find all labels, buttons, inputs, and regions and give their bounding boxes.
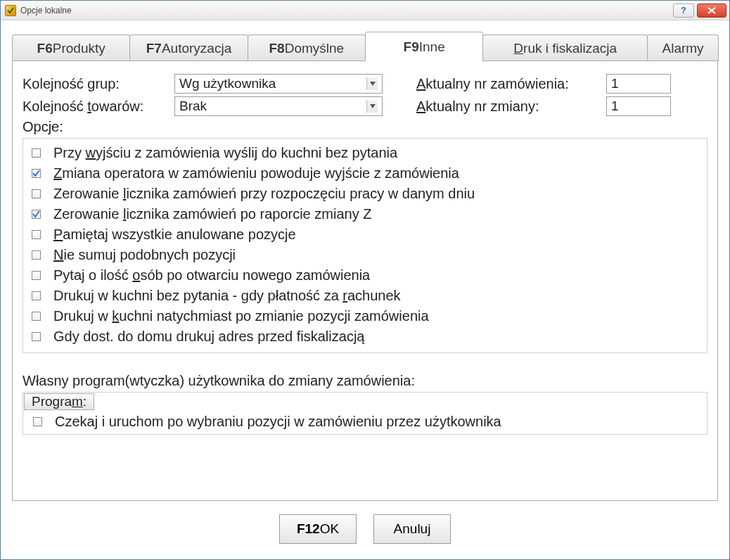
checkbox-icon <box>32 312 41 321</box>
option-label: Pytaj o ilość osób po otwarciu nowego za… <box>53 267 370 284</box>
footer: F12 OK Anuluj <box>12 502 718 552</box>
shift-no-label: Aktualny nr zmiany: <box>416 98 606 115</box>
help-button[interactable]: ? <box>673 4 694 18</box>
checkbox-icon <box>32 291 41 300</box>
plugin-checkbox[interactable]: Czekaj i uruchom po wybraniu pozycji w z… <box>23 411 707 434</box>
option-checkbox-5[interactable]: Nie sumuj podobnych pozycji <box>32 245 698 265</box>
tab-panel: Kolejność grup: Wg użytkownika Aktualny … <box>12 61 718 501</box>
titlebar: Opcje lokalne ? <box>1 1 729 20</box>
close-button[interactable] <box>697 4 726 18</box>
chevron-down-icon <box>366 100 378 113</box>
checkbox-icon <box>32 271 41 280</box>
tab-autoryzacja[interactable]: F7 Autoryzacja <box>129 34 248 61</box>
plugin-checkbox-label: Czekaj i uruchom po wybraniu pozycji w z… <box>55 414 501 430</box>
order-no-label: Aktualny nr zamówienia: <box>416 76 606 92</box>
option-checkbox-6[interactable]: Pytaj o ilość osób po otwarciu nowego za… <box>32 265 698 286</box>
title-text: Opcje lokalne <box>20 6 670 15</box>
option-checkbox-8[interactable]: Drukuj w kuchni natychmiast po zmianie p… <box>32 306 698 326</box>
plugin-label: Własny program(wtyczka) użytkownika do z… <box>23 373 707 389</box>
program-button[interactable]: Program: <box>24 393 94 410</box>
option-label: Gdy dost. do domu drukuj adres przed fis… <box>53 329 364 345</box>
checkbox-icon <box>32 189 41 198</box>
option-checkbox-3[interactable]: Zerowanie licznika zamówień po raporcie … <box>32 204 698 224</box>
option-label: Przy wyjściu z zamówienia wyślij do kuch… <box>53 145 397 161</box>
app-icon <box>5 5 16 16</box>
chevron-down-icon <box>366 77 378 90</box>
plugin-box: Program: Czekaj i uruchom po wybraniu po… <box>23 392 707 435</box>
option-checkbox-1[interactable]: Zmiana operatora w zamówieniu powoduje w… <box>32 163 698 184</box>
tab-domyslne[interactable]: F8 Domyślne <box>248 34 366 61</box>
option-label: Nie sumuj podobnych pozycji <box>53 247 236 263</box>
checkbox-icon <box>33 417 42 426</box>
checkbox-icon <box>32 230 41 239</box>
option-checkbox-0[interactable]: Przy wyjściu z zamówienia wyślij do kuch… <box>32 143 698 163</box>
option-label: Drukuj w kuchni natychmiast po zmianie p… <box>53 308 429 324</box>
checkbox-icon <box>32 332 41 341</box>
tabs: F6 Produkty F7 Autoryzacja F8 Domyślne F… <box>12 32 718 61</box>
ok-button[interactable]: F12 OK <box>279 514 357 544</box>
option-label: Zerowanie licznika zamówień po raporcie … <box>53 206 371 222</box>
checkbox-icon <box>32 250 41 260</box>
option-label: Drukuj w kuchni bez pytania - gdy płatno… <box>53 288 401 304</box>
tab-produkty[interactable]: F6 Produkty <box>12 34 130 61</box>
option-label: Zmiana operatora w zamówieniu powoduje w… <box>53 165 459 182</box>
checkbox-icon <box>32 169 41 178</box>
prod-order-label: Kolejność towarów: <box>23 98 174 115</box>
shift-no-input[interactable]: 1 <box>606 96 671 116</box>
options-label: Opcje: <box>23 119 707 135</box>
checkbox-icon <box>32 148 41 158</box>
group-order-label: Kolejność grup: <box>23 76 174 92</box>
group-order-select[interactable]: Wg użytkownika <box>174 74 383 94</box>
option-checkbox-4[interactable]: Pamiętaj wszystkie anulowane pozycje <box>32 224 698 245</box>
option-checkbox-2[interactable]: Zerowanie licznika zamówień przy rozpocz… <box>32 184 698 204</box>
option-label: Pamiętaj wszystkie anulowane pozycje <box>53 227 296 243</box>
tab-druk[interactable]: Druk i fiskalizacja <box>482 34 648 61</box>
option-checkbox-9[interactable]: Gdy dost. do domu drukuj adres przed fis… <box>32 326 698 347</box>
options-box: Przy wyjściu z zamówienia wyślij do kuch… <box>23 138 707 353</box>
tab-inne[interactable]: F9 Inne <box>365 32 483 61</box>
checkbox-icon <box>32 210 41 219</box>
option-checkbox-7[interactable]: Drukuj w kuchni bez pytania - gdy płatno… <box>32 286 698 306</box>
prod-order-select[interactable]: Brak <box>174 96 383 116</box>
order-no-input[interactable]: 1 <box>606 74 671 94</box>
cancel-button[interactable]: Anuluj <box>373 514 451 544</box>
option-label: Zerowanie licznika zamówień przy rozpocz… <box>53 186 475 202</box>
tab-alarmy[interactable]: Alarmy <box>647 34 719 61</box>
